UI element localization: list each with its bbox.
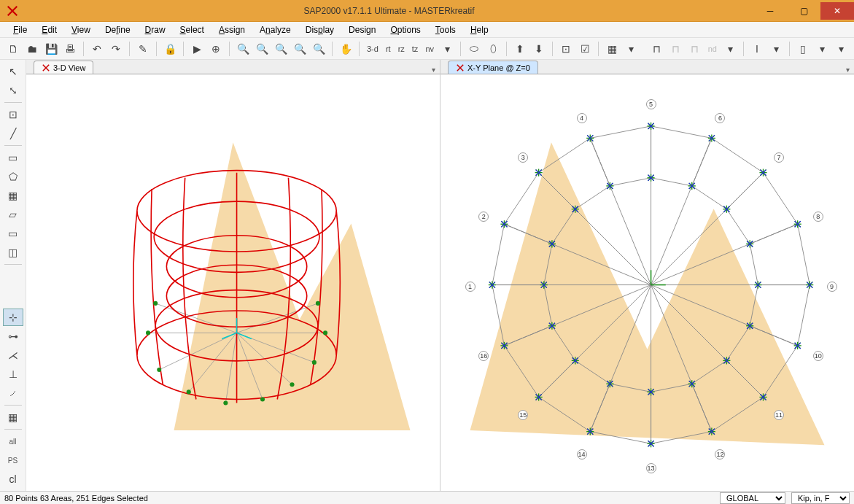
undo-button[interactable]: ↶: [88, 40, 106, 58]
svg-point-22: [312, 360, 317, 365]
pointer-tool[interactable]: ↖: [3, 63, 23, 80]
run-options-button[interactable]: ⊕: [207, 40, 225, 58]
i-dropdown[interactable]: ▾: [767, 40, 785, 58]
frame-button-3[interactable]: ⊓: [686, 40, 704, 58]
down-button[interactable]: ⬇: [530, 40, 548, 58]
view-rt-button[interactable]: rt: [383, 44, 394, 53]
menu-design[interactable]: Design: [341, 23, 383, 36]
new-button[interactable]: 🗋: [4, 40, 22, 58]
maximize-button[interactable]: ▢: [787, 2, 820, 20]
view-plan-dropdown[interactable]: ▾: [842, 66, 854, 74]
view-3d-tab-row: 3-D View ▾: [26, 60, 440, 74]
pan-button[interactable]: ✋: [337, 40, 354, 58]
zoom-window-button[interactable]: 🔍: [234, 40, 252, 58]
prev-selection-tool[interactable]: PS: [3, 451, 23, 469]
view-nv-button[interactable]: nv: [422, 44, 437, 53]
separator: [129, 42, 130, 56]
minimize-button[interactable]: ─: [753, 2, 787, 20]
menu-edit[interactable]: Edit: [34, 23, 64, 36]
grid-label: 10: [813, 351, 823, 361]
rect-dropdown[interactable]: ▾: [813, 40, 831, 58]
svg-point-19: [223, 401, 228, 406]
view-3d: 3-D View ▾: [26, 60, 440, 491]
nd-button[interactable]: nd: [705, 44, 720, 53]
view-3d-tab[interactable]: 3-D View: [34, 61, 93, 74]
print-button[interactable]: 🖶: [61, 40, 79, 58]
view-3d-dropdown[interactable]: ▾: [427, 66, 440, 74]
select-line-tool[interactable]: ╱: [3, 125, 23, 142]
zoom-in-button[interactable]: 🔍: [291, 40, 308, 58]
clear-selection-tool[interactable]: cl: [3, 470, 23, 488]
draw-area-tool[interactable]: ▦: [3, 187, 23, 204]
svg-line-1: [159, 333, 236, 370]
menu-file[interactable]: File: [6, 23, 34, 36]
frame-button-2[interactable]: ⊓: [667, 40, 685, 58]
view-tz-button[interactable]: tz: [409, 44, 422, 53]
menu-options[interactable]: Options: [383, 23, 427, 36]
canvas-3d[interactable]: [26, 74, 440, 491]
menu-analyze[interactable]: Analyze: [252, 23, 298, 36]
menu-select[interactable]: Select: [173, 23, 211, 36]
draw-quick-tool[interactable]: ▭: [3, 225, 23, 242]
up-button[interactable]: ⬆: [511, 40, 529, 58]
rect-section-button[interactable]: ▯: [794, 40, 812, 58]
snap-node-tool[interactable]: ⊹: [3, 309, 23, 326]
menu-define[interactable]: Define: [98, 23, 138, 36]
redo-button[interactable]: ↷: [107, 40, 125, 58]
snap-line-tool[interactable]: ⟋: [3, 384, 23, 402]
view-plan-tab[interactable]: X-Y Plane @ Z=0: [448, 61, 538, 74]
svg-line-8: [237, 303, 318, 333]
snap-end-tool[interactable]: ⋌: [3, 346, 23, 364]
open-button[interactable]: 🖿: [23, 40, 41, 58]
svg-point-24: [316, 301, 320, 306]
i-section-button[interactable]: I: [748, 40, 766, 58]
svg-line-46: [692, 384, 712, 431]
menu-view[interactable]: View: [64, 23, 98, 36]
object-button[interactable]: ⊡: [557, 40, 575, 58]
zoom-extents-button[interactable]: 🔍: [253, 40, 271, 58]
menu-help[interactable]: Help: [463, 23, 496, 36]
element-button[interactable]: ☑: [576, 40, 594, 58]
main-area: ↖ ⤡ ⊡ ╱ ▭ ⬠ ▦ ▱ ▭ ◫ ⊹ ⊶ ⋌ ⊥ ⟋ ▦ all PS c…: [0, 60, 854, 491]
menu-display[interactable]: Display: [298, 23, 341, 36]
lock-button[interactable]: 🔒: [161, 40, 179, 58]
pencil-button[interactable]: ✎: [134, 40, 152, 58]
status-bar: 80 Points 63 Areas, 251 Edges Selected G…: [0, 491, 854, 504]
perspective-button[interactable]: ⬭: [465, 40, 483, 58]
display-dropdown[interactable]: ▾: [622, 40, 640, 58]
separator: [743, 42, 744, 56]
draw-poly-tool[interactable]: ⬠: [3, 168, 23, 185]
view-3d-button[interactable]: 3-d: [364, 44, 381, 53]
menu-draw[interactable]: Draw: [138, 23, 173, 36]
svg-line-58: [504, 224, 551, 244]
canvas-plan[interactable]: 56789101112131415161234: [440, 74, 854, 491]
frame-section-button[interactable]: ⊓: [648, 40, 666, 58]
snap-perp-tool[interactable]: ⊥: [3, 365, 23, 383]
draw-frame-tool[interactable]: ▱: [3, 206, 23, 223]
menu-assign[interactable]: Assign: [211, 23, 252, 36]
units-select[interactable]: Kip, in, F: [791, 492, 850, 504]
more-dropdown[interactable]: ▾: [832, 40, 850, 58]
pointer-alt-tool[interactable]: ⤡: [3, 82, 23, 99]
set-display-button[interactable]: ▦: [603, 40, 621, 58]
save-button[interactable]: 💾: [42, 40, 60, 58]
menu-tools[interactable]: Tools: [428, 23, 463, 36]
svg-line-2: [189, 333, 237, 392]
select-node-tool[interactable]: ⊡: [3, 106, 23, 123]
select-all-tool[interactable]: all: [3, 433, 23, 450]
draw-rect-tool[interactable]: ▭: [3, 149, 23, 166]
nv-dropdown[interactable]: ▾: [438, 40, 456, 58]
shrink-button[interactable]: ⬯: [484, 40, 502, 58]
snap-mid-tool[interactable]: ⊶: [3, 327, 23, 345]
view-rz-button[interactable]: rz: [395, 44, 408, 53]
nd-dropdown[interactable]: ▾: [721, 40, 739, 58]
svg-line-10: [155, 303, 236, 333]
draw-shell-tool[interactable]: ◫: [3, 244, 23, 261]
coord-system-select[interactable]: GLOBAL: [720, 492, 785, 504]
snap-grid-tool[interactable]: ▦: [3, 408, 23, 426]
view-plan-tab-row: X-Y Plane @ Z=0 ▾: [440, 60, 854, 74]
close-button[interactable]: ✕: [820, 2, 854, 20]
run-button[interactable]: ▶: [188, 40, 206, 58]
zoom-out-button[interactable]: 🔍: [310, 40, 327, 58]
zoom-previous-button[interactable]: 🔍: [272, 40, 290, 58]
